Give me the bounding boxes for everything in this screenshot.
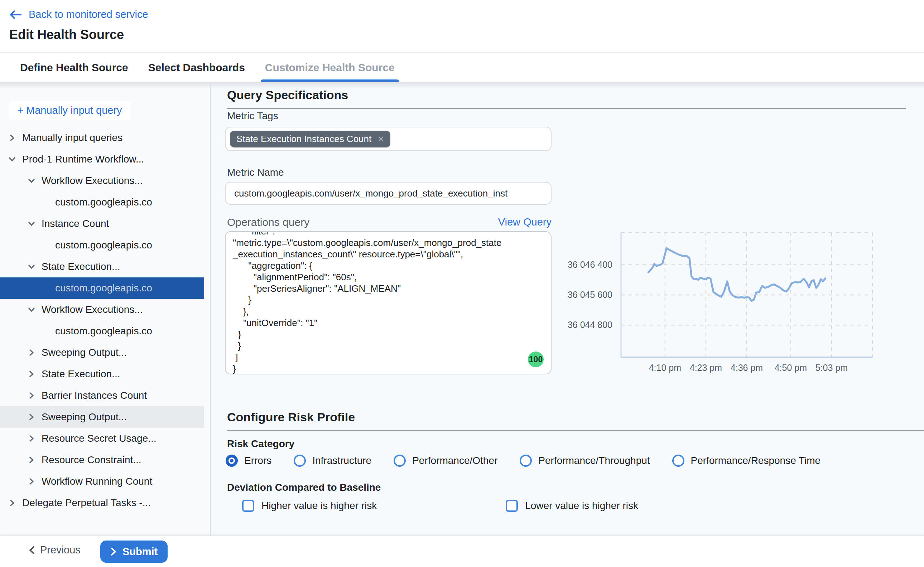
tree-item-label: custom.googleapis.co bbox=[55, 282, 152, 294]
tree-item-label: Barrier Instances Count bbox=[42, 390, 147, 401]
tree-item-resource-secret-usage[interactable]: Resource Secret Usage... bbox=[0, 428, 210, 449]
risk-category-radio-group: ErrorsInfrastructurePerformance/OtherPer… bbox=[225, 454, 843, 467]
add-manually-input-query-button[interactable]: + Manually input query bbox=[9, 101, 131, 120]
metric-name-input[interactable] bbox=[225, 182, 551, 205]
radio-label: Performance/Response Time bbox=[691, 455, 821, 466]
view-query-link[interactable]: View Query bbox=[484, 216, 551, 228]
tabs-container: Define Health SourceSelect DashboardsCus… bbox=[0, 53, 924, 82]
back-arrow-icon bbox=[9, 10, 21, 20]
metric-tag-chip-label: State Execution Instances Count bbox=[236, 134, 371, 145]
wizard-footer: Previous Submit bbox=[0, 536, 924, 567]
tree-item-state-execution[interactable]: State Execution... bbox=[0, 363, 210, 385]
tab-label: Define Health Source bbox=[20, 62, 128, 74]
metric-tags-input[interactable]: State Execution Instances Count × bbox=[225, 127, 551, 151]
operations-query-label: Operations query bbox=[227, 216, 310, 228]
page-title: Edit Health Source bbox=[9, 27, 124, 42]
radio-performance-other[interactable]: Performance/Other bbox=[394, 454, 497, 467]
chevron-down-icon[interactable] bbox=[28, 220, 35, 227]
operations-query-text: "filter": "metric.type=\"custom.googleap… bbox=[225, 231, 551, 374]
chevron-down-icon[interactable] bbox=[28, 263, 35, 270]
x-tick-label: 5:03 pm bbox=[816, 363, 848, 373]
tree-item-label: Delegate Perpetual Tasks -... bbox=[22, 497, 151, 508]
deviation-label: Deviation Compared to Baseline bbox=[227, 482, 381, 493]
page-header: Back to monitored service Edit Health So… bbox=[0, 0, 924, 52]
radio-selected-icon bbox=[225, 454, 238, 467]
tab-label: Customize Health Source bbox=[265, 62, 395, 74]
tree-item-custom-googleapis-co[interactable]: custom.googleapis.co bbox=[0, 192, 210, 213]
tree-item-custom-googleapis-co[interactable]: custom.googleapis.co bbox=[0, 320, 210, 342]
chevron-right-icon[interactable] bbox=[28, 392, 35, 399]
tree-item-instance-count[interactable]: Instance Count bbox=[0, 213, 210, 234]
radio-label: Errors bbox=[244, 455, 272, 466]
tree-item-label: Workflow Running Count bbox=[42, 476, 152, 487]
tab-label: Select Dashboards bbox=[148, 62, 245, 74]
chevron-right-icon[interactable] bbox=[28, 456, 35, 464]
chevron-down-icon[interactable] bbox=[28, 177, 35, 184]
query-tree: Manually input queriesProd-1 Runtime Wor… bbox=[0, 127, 210, 514]
radio-errors[interactable]: Errors bbox=[225, 454, 272, 467]
metric-line-series bbox=[648, 248, 825, 301]
remove-tag-icon[interactable]: × bbox=[378, 134, 383, 144]
tree-item-resource-constraint[interactable]: Resource Constraint... bbox=[0, 449, 210, 471]
checkbox-lower-value-is-higher-risk[interactable]: Lower value is higher risk bbox=[506, 500, 638, 512]
section-divider bbox=[227, 108, 906, 109]
tree-item-workflow-executions[interactable]: Workflow Executions... bbox=[0, 170, 210, 192]
tab-define-health-source[interactable]: Define Health Source bbox=[17, 53, 131, 82]
tree-item-state-execution[interactable]: State Execution... bbox=[0, 256, 210, 278]
x-tick-label: 4:23 pm bbox=[690, 363, 722, 373]
risk-category-label: Risk Category bbox=[227, 438, 294, 450]
previous-button-label: Previous bbox=[40, 544, 81, 556]
tab-customize-health-source[interactable]: Customize Health Source bbox=[262, 53, 398, 82]
tab-select-dashboards[interactable]: Select Dashboards bbox=[146, 53, 248, 82]
radio-label: Infrastructure bbox=[312, 455, 371, 466]
tree-item-workflow-running-count[interactable]: Workflow Running Count bbox=[0, 471, 210, 492]
tree-item-workflow-executions[interactable]: Workflow Executions... bbox=[0, 299, 210, 320]
tree-item-sweeping-output[interactable]: Sweeping Output... bbox=[0, 406, 204, 428]
tree-item-barrier-instances-count[interactable]: Barrier Instances Count bbox=[0, 385, 210, 406]
metric-tag-chip: State Execution Instances Count × bbox=[230, 130, 391, 147]
tree-item-manually-input-queries[interactable]: Manually input queries bbox=[0, 127, 210, 148]
chevron-right-icon[interactable] bbox=[28, 435, 35, 442]
tree-item-delegate-perpetual-tasks[interactable]: Delegate Perpetual Tasks -... bbox=[0, 492, 210, 514]
chevron-right-icon[interactable] bbox=[28, 349, 35, 356]
chevron-right-icon[interactable] bbox=[9, 134, 16, 141]
chevron-left-icon bbox=[29, 546, 35, 555]
tree-item-label: Prod-1 Runtime Workflow... bbox=[22, 154, 144, 165]
y-tick-label: 36 044 800 bbox=[568, 320, 612, 330]
chevron-down-icon[interactable] bbox=[28, 306, 35, 313]
radio-performance-response-time[interactable]: Performance/Response Time bbox=[672, 454, 821, 467]
tree-item-custom-googleapis-co[interactable]: custom.googleapis.co bbox=[0, 234, 210, 256]
submit-button[interactable]: Submit bbox=[100, 540, 168, 563]
metric-name-label: Metric Name bbox=[227, 167, 284, 178]
tree-item-label: Resource Constraint... bbox=[42, 454, 141, 466]
chevron-right-icon[interactable] bbox=[28, 370, 35, 378]
tree-item-label: Manually input queries bbox=[22, 132, 122, 144]
tree-item-prod-1-runtime-workflow[interactable]: Prod-1 Runtime Workflow... bbox=[0, 148, 210, 170]
tree-item-label: Resource Secret Usage... bbox=[42, 433, 156, 444]
radio-infrastructure[interactable]: Infrastructure bbox=[294, 454, 371, 467]
y-tick-label: 36 046 400 bbox=[568, 260, 612, 270]
radio-icon bbox=[394, 454, 406, 467]
records-count-badge: 100 bbox=[528, 351, 544, 367]
back-link-label: Back to monitored service bbox=[29, 9, 148, 20]
tree-item-sweeping-output[interactable]: Sweeping Output... bbox=[0, 342, 210, 363]
wizard-tab-bar: Define Health SourceSelect DashboardsCus… bbox=[0, 52, 924, 82]
checkbox-higher-value-is-higher-risk[interactable]: Higher value is higher risk bbox=[242, 500, 377, 512]
radio-label: Performance/Throughput bbox=[538, 455, 650, 466]
operations-query-textarea[interactable]: "filter": "metric.type=\"custom.googleap… bbox=[225, 231, 551, 374]
section-divider-2 bbox=[227, 430, 924, 431]
chevron-right-icon[interactable] bbox=[28, 413, 35, 421]
chevron-right-icon[interactable] bbox=[28, 478, 35, 485]
chevron-right-icon[interactable] bbox=[9, 500, 16, 507]
back-to-monitored-service-link[interactable]: Back to monitored service bbox=[9, 9, 148, 20]
radio-performance-throughput[interactable]: Performance/Throughput bbox=[520, 454, 650, 467]
tree-item-label: State Execution... bbox=[42, 368, 120, 380]
chevron-down-icon[interactable] bbox=[9, 156, 16, 163]
tree-item-label: custom.googleapis.co bbox=[55, 240, 152, 251]
y-tick-label: 36 045 600 bbox=[568, 290, 612, 300]
metric-timeseries-chart: 36 046 40036 045 60036 044 8004:10 pm4:2… bbox=[562, 225, 877, 377]
previous-button[interactable]: Previous bbox=[29, 544, 81, 556]
tree-item-label: Sweeping Output... bbox=[42, 347, 127, 358]
tree-item-custom-googleapis-co[interactable]: custom.googleapis.co bbox=[0, 278, 204, 299]
chevron-right-icon bbox=[110, 548, 117, 556]
